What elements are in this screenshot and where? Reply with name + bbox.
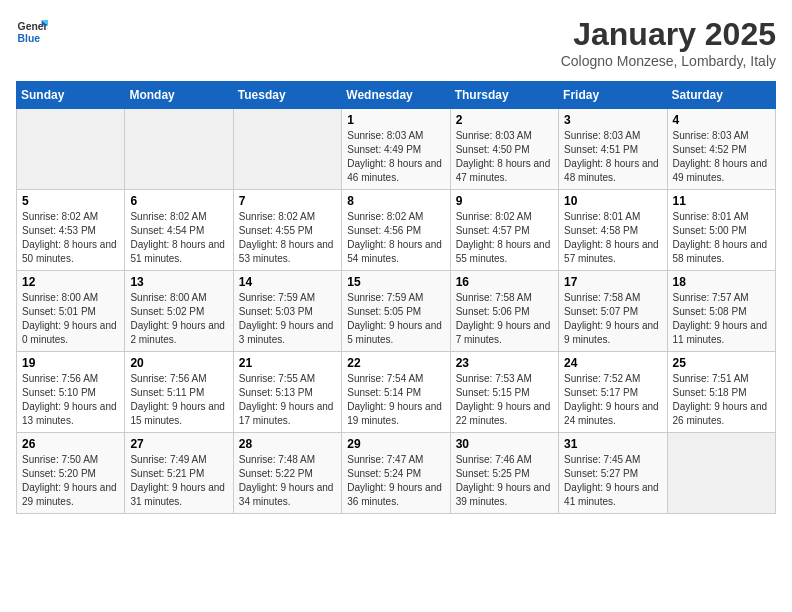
calendar-cell: 6Sunrise: 8:02 AM Sunset: 4:54 PM Daylig… [125, 190, 233, 271]
day-number: 6 [130, 194, 227, 208]
week-row-2: 12Sunrise: 8:00 AM Sunset: 5:01 PM Dayli… [17, 271, 776, 352]
calendar-cell: 3Sunrise: 8:03 AM Sunset: 4:51 PM Daylig… [559, 109, 667, 190]
calendar-cell: 19Sunrise: 7:56 AM Sunset: 5:10 PM Dayli… [17, 352, 125, 433]
day-info: Sunrise: 8:02 AM Sunset: 4:56 PM Dayligh… [347, 210, 444, 266]
calendar-cell: 11Sunrise: 8:01 AM Sunset: 5:00 PM Dayli… [667, 190, 775, 271]
day-info: Sunrise: 7:59 AM Sunset: 5:05 PM Dayligh… [347, 291, 444, 347]
week-row-3: 19Sunrise: 7:56 AM Sunset: 5:10 PM Dayli… [17, 352, 776, 433]
calendar-cell: 23Sunrise: 7:53 AM Sunset: 5:15 PM Dayli… [450, 352, 558, 433]
calendar-cell: 4Sunrise: 8:03 AM Sunset: 4:52 PM Daylig… [667, 109, 775, 190]
day-info: Sunrise: 7:59 AM Sunset: 5:03 PM Dayligh… [239, 291, 336, 347]
day-number: 28 [239, 437, 336, 451]
calendar-cell: 9Sunrise: 8:02 AM Sunset: 4:57 PM Daylig… [450, 190, 558, 271]
weekday-header-friday: Friday [559, 82, 667, 109]
calendar-table: SundayMondayTuesdayWednesdayThursdayFrid… [16, 81, 776, 514]
day-number: 19 [22, 356, 119, 370]
calendar-cell [17, 109, 125, 190]
day-number: 11 [673, 194, 770, 208]
day-info: Sunrise: 7:56 AM Sunset: 5:10 PM Dayligh… [22, 372, 119, 428]
day-number: 25 [673, 356, 770, 370]
day-number: 14 [239, 275, 336, 289]
day-info: Sunrise: 8:01 AM Sunset: 4:58 PM Dayligh… [564, 210, 661, 266]
day-info: Sunrise: 8:03 AM Sunset: 4:51 PM Dayligh… [564, 129, 661, 185]
calendar-cell: 22Sunrise: 7:54 AM Sunset: 5:14 PM Dayli… [342, 352, 450, 433]
day-info: Sunrise: 8:03 AM Sunset: 4:49 PM Dayligh… [347, 129, 444, 185]
day-info: Sunrise: 8:03 AM Sunset: 4:50 PM Dayligh… [456, 129, 553, 185]
day-number: 31 [564, 437, 661, 451]
calendar-cell: 16Sunrise: 7:58 AM Sunset: 5:06 PM Dayli… [450, 271, 558, 352]
week-row-4: 26Sunrise: 7:50 AM Sunset: 5:20 PM Dayli… [17, 433, 776, 514]
day-number: 27 [130, 437, 227, 451]
weekday-header-thursday: Thursday [450, 82, 558, 109]
day-number: 23 [456, 356, 553, 370]
week-row-0: 1Sunrise: 8:03 AM Sunset: 4:49 PM Daylig… [17, 109, 776, 190]
day-number: 21 [239, 356, 336, 370]
logo-icon: General Blue [16, 16, 48, 48]
calendar-cell: 30Sunrise: 7:46 AM Sunset: 5:25 PM Dayli… [450, 433, 558, 514]
day-info: Sunrise: 7:50 AM Sunset: 5:20 PM Dayligh… [22, 453, 119, 509]
weekday-header-row: SundayMondayTuesdayWednesdayThursdayFrid… [17, 82, 776, 109]
calendar-cell: 31Sunrise: 7:45 AM Sunset: 5:27 PM Dayli… [559, 433, 667, 514]
day-info: Sunrise: 7:56 AM Sunset: 5:11 PM Dayligh… [130, 372, 227, 428]
day-number: 22 [347, 356, 444, 370]
calendar-cell: 25Sunrise: 7:51 AM Sunset: 5:18 PM Dayli… [667, 352, 775, 433]
calendar-cell: 5Sunrise: 8:02 AM Sunset: 4:53 PM Daylig… [17, 190, 125, 271]
calendar-cell: 7Sunrise: 8:02 AM Sunset: 4:55 PM Daylig… [233, 190, 341, 271]
calendar-cell: 28Sunrise: 7:48 AM Sunset: 5:22 PM Dayli… [233, 433, 341, 514]
weekday-header-wednesday: Wednesday [342, 82, 450, 109]
calendar-cell [667, 433, 775, 514]
weekday-header-saturday: Saturday [667, 82, 775, 109]
day-number: 15 [347, 275, 444, 289]
day-number: 1 [347, 113, 444, 127]
day-number: 7 [239, 194, 336, 208]
day-info: Sunrise: 8:00 AM Sunset: 5:02 PM Dayligh… [130, 291, 227, 347]
day-number: 4 [673, 113, 770, 127]
title-area: January 2025 Cologno Monzese, Lombardy, … [561, 16, 776, 69]
week-row-1: 5Sunrise: 8:02 AM Sunset: 4:53 PM Daylig… [17, 190, 776, 271]
calendar-cell [233, 109, 341, 190]
day-info: Sunrise: 7:45 AM Sunset: 5:27 PM Dayligh… [564, 453, 661, 509]
logo: General Blue [16, 16, 48, 48]
day-number: 17 [564, 275, 661, 289]
day-info: Sunrise: 7:53 AM Sunset: 5:15 PM Dayligh… [456, 372, 553, 428]
day-info: Sunrise: 8:02 AM Sunset: 4:55 PM Dayligh… [239, 210, 336, 266]
calendar-cell: 10Sunrise: 8:01 AM Sunset: 4:58 PM Dayli… [559, 190, 667, 271]
day-info: Sunrise: 7:58 AM Sunset: 5:07 PM Dayligh… [564, 291, 661, 347]
weekday-header-sunday: Sunday [17, 82, 125, 109]
calendar-cell: 18Sunrise: 7:57 AM Sunset: 5:08 PM Dayli… [667, 271, 775, 352]
day-info: Sunrise: 7:46 AM Sunset: 5:25 PM Dayligh… [456, 453, 553, 509]
day-number: 26 [22, 437, 119, 451]
calendar-cell: 8Sunrise: 8:02 AM Sunset: 4:56 PM Daylig… [342, 190, 450, 271]
day-info: Sunrise: 8:02 AM Sunset: 4:57 PM Dayligh… [456, 210, 553, 266]
calendar-cell: 21Sunrise: 7:55 AM Sunset: 5:13 PM Dayli… [233, 352, 341, 433]
day-number: 24 [564, 356, 661, 370]
day-info: Sunrise: 8:02 AM Sunset: 4:53 PM Dayligh… [22, 210, 119, 266]
calendar-cell: 27Sunrise: 7:49 AM Sunset: 5:21 PM Dayli… [125, 433, 233, 514]
month-title: January 2025 [561, 16, 776, 53]
day-info: Sunrise: 7:55 AM Sunset: 5:13 PM Dayligh… [239, 372, 336, 428]
day-number: 12 [22, 275, 119, 289]
location-subtitle: Cologno Monzese, Lombardy, Italy [561, 53, 776, 69]
day-info: Sunrise: 7:48 AM Sunset: 5:22 PM Dayligh… [239, 453, 336, 509]
day-info: Sunrise: 7:58 AM Sunset: 5:06 PM Dayligh… [456, 291, 553, 347]
calendar-cell [125, 109, 233, 190]
day-info: Sunrise: 7:57 AM Sunset: 5:08 PM Dayligh… [673, 291, 770, 347]
day-info: Sunrise: 7:47 AM Sunset: 5:24 PM Dayligh… [347, 453, 444, 509]
day-number: 9 [456, 194, 553, 208]
calendar-cell: 2Sunrise: 8:03 AM Sunset: 4:50 PM Daylig… [450, 109, 558, 190]
day-info: Sunrise: 7:52 AM Sunset: 5:17 PM Dayligh… [564, 372, 661, 428]
day-info: Sunrise: 8:00 AM Sunset: 5:01 PM Dayligh… [22, 291, 119, 347]
day-number: 16 [456, 275, 553, 289]
day-number: 10 [564, 194, 661, 208]
day-number: 8 [347, 194, 444, 208]
day-info: Sunrise: 8:03 AM Sunset: 4:52 PM Dayligh… [673, 129, 770, 185]
weekday-header-tuesday: Tuesday [233, 82, 341, 109]
calendar-cell: 26Sunrise: 7:50 AM Sunset: 5:20 PM Dayli… [17, 433, 125, 514]
calendar-cell: 17Sunrise: 7:58 AM Sunset: 5:07 PM Dayli… [559, 271, 667, 352]
calendar-cell: 14Sunrise: 7:59 AM Sunset: 5:03 PM Dayli… [233, 271, 341, 352]
day-info: Sunrise: 7:51 AM Sunset: 5:18 PM Dayligh… [673, 372, 770, 428]
day-number: 13 [130, 275, 227, 289]
svg-text:Blue: Blue [18, 33, 41, 44]
day-number: 5 [22, 194, 119, 208]
calendar-cell: 12Sunrise: 8:00 AM Sunset: 5:01 PM Dayli… [17, 271, 125, 352]
